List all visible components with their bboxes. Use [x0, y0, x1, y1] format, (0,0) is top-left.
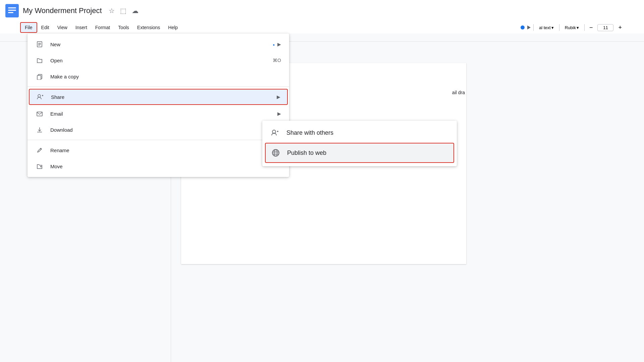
- rename-label: Rename: [50, 147, 281, 153]
- submenu-share-with-others[interactable]: Share with others: [262, 123, 457, 142]
- copy-label: Make a copy: [50, 74, 281, 79]
- toolbar-divider3: [584, 24, 585, 31]
- svg-rect-2: [8, 10, 16, 11]
- file-menu-rename[interactable]: Rename: [28, 142, 289, 158]
- share-with-others-icon: [270, 128, 280, 137]
- font-label: Rubik: [565, 25, 576, 30]
- file-menu-share[interactable]: Share ▶: [29, 89, 288, 105]
- font-size-plus[interactable]: +: [616, 23, 624, 32]
- file-menu-move[interactable]: Move: [28, 158, 289, 174]
- email-label: Email: [50, 111, 271, 117]
- move-icon: [36, 162, 44, 170]
- move-label: Move: [50, 164, 281, 169]
- menu-item-view[interactable]: View: [53, 23, 71, 32]
- svg-rect-3: [8, 12, 13, 13]
- share-label: Share: [51, 94, 270, 100]
- publish-to-web-icon: [271, 148, 280, 158]
- new-label: New: [50, 42, 266, 47]
- open-label: Open: [50, 58, 266, 63]
- toolbar-divider2: [559, 24, 559, 31]
- style-chevron: ▾: [551, 25, 554, 30]
- svg-rect-13: [37, 112, 42, 116]
- font-selector[interactable]: Rubik ▾: [562, 24, 582, 32]
- style-selector[interactable]: al text ▾: [536, 24, 556, 32]
- menu-item-insert[interactable]: Insert: [71, 23, 91, 32]
- file-dropdown: New ● ▶ Open ⌘O Make a copy: [28, 34, 289, 177]
- menu-item-file[interactable]: File: [20, 22, 37, 33]
- play-button[interactable]: [527, 25, 531, 29]
- menu-item-tools[interactable]: Tools: [114, 23, 133, 32]
- font-size-minus[interactable]: −: [587, 23, 595, 32]
- share-arrow: ▶: [277, 94, 280, 100]
- rename-icon: [36, 146, 44, 154]
- file-menu-email[interactable]: Email ▶: [28, 106, 289, 122]
- font-size-input[interactable]: 11: [597, 24, 613, 31]
- share-submenu: Share with others Publish to web: [262, 121, 457, 166]
- blue-dot: [521, 25, 525, 29]
- file-menu-new[interactable]: New ● ▶: [28, 36, 289, 52]
- star-icon[interactable]: ☆: [109, 7, 115, 15]
- divider-2: [28, 140, 289, 140]
- menu-item-extensions[interactable]: Extensions: [133, 23, 164, 32]
- svg-point-10: [38, 95, 41, 97]
- divider-1: [28, 86, 289, 87]
- menu-bar: File Edit View Insert Format Tools Exten…: [0, 21, 644, 34]
- svg-rect-1: [8, 7, 16, 8]
- file-menu-download[interactable]: Download ▶: [28, 122, 289, 138]
- email-icon: [36, 110, 44, 118]
- new-shortcut: ● ▶: [273, 42, 281, 47]
- docs-logo[interactable]: [5, 4, 19, 17]
- svg-rect-9: [37, 75, 41, 80]
- topbar: My Wonderment Project ☆ ⬚ ☁: [0, 0, 644, 21]
- menu-item-format[interactable]: Format: [91, 23, 114, 32]
- file-menu-copy[interactable]: Make a copy: [28, 68, 289, 84]
- folder-icon[interactable]: ⬚: [120, 7, 126, 15]
- download-label: Download: [50, 127, 271, 133]
- menu-item-help[interactable]: Help: [164, 23, 182, 32]
- download-icon: [36, 126, 44, 134]
- file-menu-open[interactable]: Open ⌘O: [28, 52, 289, 68]
- font-chevron: ▾: [577, 25, 579, 30]
- style-label: al text: [539, 25, 551, 30]
- open-shortcut: ⌘O: [273, 58, 281, 63]
- share-icon: [36, 93, 44, 101]
- email-arrow: ▶: [277, 111, 281, 116]
- share-with-others-label: Share with others: [286, 129, 333, 136]
- toolbar-right: al text ▾ Rubik ▾ − 11 +: [521, 23, 624, 32]
- submenu-publish-to-web[interactable]: Publish to web: [265, 143, 454, 163]
- publish-to-web-label: Publish to web: [287, 149, 326, 157]
- new-icon: [36, 40, 44, 48]
- open-icon: [36, 56, 44, 64]
- menu-item-edit[interactable]: Edit: [37, 23, 53, 32]
- copy-icon: [36, 72, 44, 80]
- toolbar-divider: [533, 24, 534, 31]
- doc-text-fragment: ail dra: [452, 90, 466, 95]
- doc-title[interactable]: My Wonderment Project: [23, 6, 102, 15]
- cloud-icon[interactable]: ☁: [132, 7, 139, 15]
